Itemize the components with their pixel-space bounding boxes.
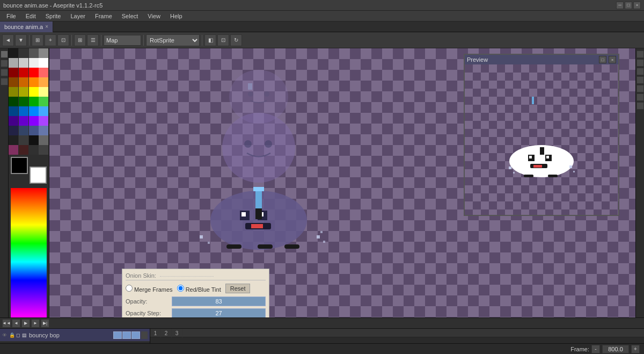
tool-play-btn[interactable]: ▼ <box>15 34 27 46</box>
timeline-rewind-btn[interactable]: ◄◄ <box>2 319 11 328</box>
red-blue-tint-radio[interactable] <box>177 285 184 292</box>
swatch-6[interactable] <box>29 58 39 68</box>
tool-rotate-btn[interactable]: ↻ <box>230 34 242 46</box>
timeline-prev-btn[interactable]: ◄ <box>12 319 20 328</box>
merge-frames-option[interactable]: Merge Frames <box>126 285 173 293</box>
red-blue-tint-option[interactable]: Red/Blue Tint <box>177 285 221 293</box>
opacity-step-input[interactable] <box>172 308 266 318</box>
swatch-4[interactable] <box>9 58 18 68</box>
foreground-color-swatch[interactable] <box>11 157 28 174</box>
right-tool-5[interactable] <box>636 85 644 92</box>
tool-flip-v-btn[interactable]: ⊡ <box>217 34 229 46</box>
swatch-27[interactable] <box>39 106 48 116</box>
color-gradient[interactable] <box>11 188 47 336</box>
menu-help[interactable]: Help <box>166 12 187 20</box>
menu-edit[interactable]: Edit <box>21 12 40 20</box>
swatch-0[interactable] <box>9 48 18 58</box>
close-button[interactable]: × <box>633 2 641 9</box>
timeline-next-btn[interactable]: ► <box>31 319 40 328</box>
tool-select-rect[interactable] <box>1 78 8 85</box>
swatch-41[interactable] <box>19 145 28 155</box>
tab-close-icon[interactable]: × <box>45 24 48 30</box>
tool-flip-h-btn[interactable]: ◧ <box>204 34 216 46</box>
reset-button[interactable]: Reset <box>225 284 251 293</box>
swatch-35[interactable] <box>39 126 48 135</box>
swatch-8[interactable] <box>9 68 18 77</box>
frame-num-2[interactable]: 2 <box>161 329 172 337</box>
tool-new-btn[interactable]: ◄ <box>2 34 14 46</box>
swatch-32[interactable] <box>9 126 18 135</box>
minimize-button[interactable]: ─ <box>616 2 624 9</box>
background-color-swatch[interactable] <box>30 167 47 184</box>
swatch-34[interactable] <box>29 126 39 135</box>
swatch-42[interactable] <box>29 145 39 155</box>
swatch-26[interactable] <box>29 106 39 116</box>
brush-input[interactable] <box>104 35 141 46</box>
tool-layers-btn[interactable]: ☰ <box>87 34 99 46</box>
frame-cell-1-3[interactable] <box>131 331 140 339</box>
right-tool-2[interactable] <box>636 59 644 67</box>
lock-icon-1[interactable]: 🔒 <box>9 333 15 338</box>
rotation-select[interactable]: RotSprite Fast Rotate <box>146 34 200 46</box>
swatch-20[interactable] <box>9 97 18 106</box>
menu-frame[interactable]: Frame <box>91 12 116 20</box>
merge-frames-radio[interactable] <box>126 285 133 292</box>
tool-grid-btn[interactable]: ⊞ <box>32 34 43 46</box>
swatch-19[interactable] <box>39 87 48 97</box>
swatch-9[interactable] <box>19 68 28 77</box>
tab-bounce-anim[interactable]: bounce anim.a × <box>0 21 53 32</box>
right-tool-6[interactable] <box>636 93 644 101</box>
swatch-15[interactable] <box>39 77 48 87</box>
maximize-button[interactable]: □ <box>625 2 632 9</box>
swatch-30[interactable] <box>29 116 39 126</box>
swatch-13[interactable] <box>19 77 28 87</box>
canvas-area[interactable]: Preview □ × <box>49 48 635 354</box>
swatch-39[interactable] <box>39 135 48 145</box>
frame-cell-1-2[interactable] <box>122 331 131 339</box>
swatch-43[interactable] <box>39 145 48 155</box>
frame-decrement-btn[interactable]: - <box>591 345 600 353</box>
swatch-25[interactable] <box>19 106 28 116</box>
swatch-12[interactable] <box>9 77 18 87</box>
swatch-33[interactable] <box>19 126 28 135</box>
right-tool-7[interactable] <box>636 102 644 110</box>
tool-onion-btn[interactable]: ⊞ <box>74 34 86 46</box>
right-tool-1[interactable] <box>636 50 644 58</box>
frame-num-1[interactable]: 1 <box>150 329 161 337</box>
swatch-21[interactable] <box>19 97 28 106</box>
frame-cell-1-1[interactable] <box>113 331 122 339</box>
menu-file[interactable]: File <box>2 12 20 20</box>
tool-fill[interactable] <box>1 69 8 76</box>
preview-minimize-btn[interactable]: □ <box>599 56 606 63</box>
swatch-38[interactable] <box>29 135 39 145</box>
frame-increment-btn[interactable]: + <box>631 345 640 353</box>
tool-eraser[interactable] <box>1 60 8 67</box>
frame-num-3[interactable]: 3 <box>172 329 182 337</box>
swatch-37[interactable] <box>19 135 28 145</box>
opacity-input[interactable] <box>172 297 266 306</box>
swatch-7[interactable] <box>39 58 48 68</box>
preview-close-btn[interactable]: × <box>609 56 616 63</box>
swatch-10[interactable] <box>29 68 39 77</box>
right-tool-3[interactable] <box>636 68 644 75</box>
swatch-3[interactable] <box>39 48 48 58</box>
frame-value-input[interactable] <box>602 345 629 353</box>
tool-snap-btn[interactable]: + <box>45 34 56 46</box>
timeline-play-btn[interactable]: ▶ <box>21 319 30 328</box>
swatch-22[interactable] <box>29 97 39 106</box>
menu-sprite[interactable]: Sprite <box>41 12 65 20</box>
tool-pencil[interactable] <box>1 50 8 58</box>
swatch-29[interactable] <box>19 116 28 126</box>
swatch-2[interactable] <box>29 48 39 58</box>
eye-icon-1[interactable]: 👁 <box>2 333 7 338</box>
swatch-28[interactable] <box>9 116 18 126</box>
swatch-1[interactable] <box>19 48 28 58</box>
swatch-14[interactable] <box>29 77 39 87</box>
tool-sym-btn[interactable]: ⊡ <box>57 34 69 46</box>
menu-view[interactable]: View <box>143 12 165 20</box>
menu-select[interactable]: Select <box>118 12 143 20</box>
swatch-5[interactable] <box>19 58 28 68</box>
swatch-11[interactable] <box>39 68 48 77</box>
swatch-31[interactable] <box>39 116 48 126</box>
menu-layer[interactable]: Layer <box>66 12 90 20</box>
